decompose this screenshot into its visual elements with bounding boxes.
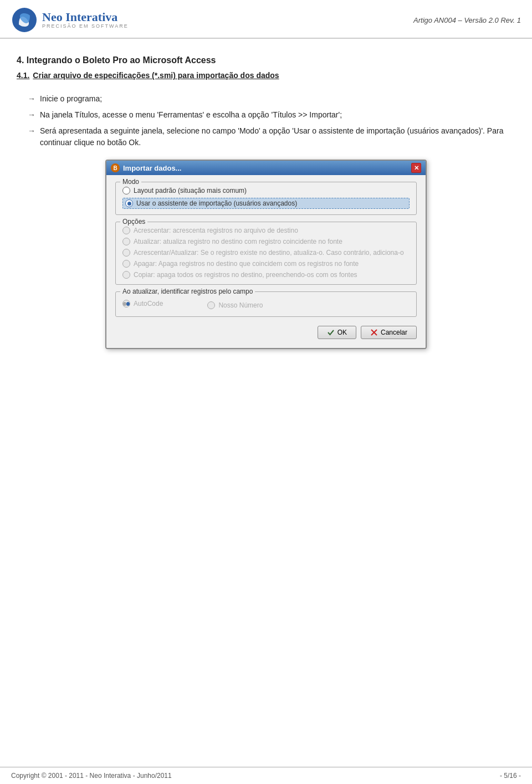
radio-copiar-circle	[122, 271, 130, 279]
list-item: Inicie o programa;	[28, 93, 515, 105]
logo-area: Neo Interativa PRECISÃO EM SOFTWARE	[11, 7, 129, 33]
bullet-list: Inicie o programa; Na janela Títulos, ac…	[28, 93, 515, 148]
dialog-body: Modo Layout padrão (situação mais comum)…	[106, 175, 426, 348]
radio-autocode-circle	[122, 300, 130, 308]
checkmark-icon	[327, 329, 335, 336]
dialog-app-icon: B	[111, 163, 120, 172]
radio-layout-padrao-label: Layout padrão (situação mais comum)	[134, 187, 247, 194]
grupo-modo-label: Modo	[120, 178, 141, 186]
dialog-titlebar: B Importar dados... ✕	[106, 161, 426, 175]
logo-icon	[11, 7, 38, 33]
main-content: 4. Integrando o Boleto Pro ao Microsoft …	[0, 39, 532, 404]
radio-nosso-numero: Nosso Número	[207, 300, 263, 311]
grupo-identificar-label: Ao atualizar, identificar registros pelo…	[120, 288, 255, 295]
radio-atualizar-circle	[122, 238, 130, 245]
subsection-number: 4.1.	[17, 71, 29, 80]
dialog-footer: OK Cancelar	[115, 324, 417, 339]
logo-text: Neo Interativa PRECISÃO EM SOFTWARE	[42, 11, 129, 29]
dialog-ok-button[interactable]: OK	[318, 326, 356, 339]
subsection-title: Criar arquivo de especificações (*.smi) …	[33, 71, 279, 80]
radio-layout-padrao[interactable]: Layout padrão (situação mais comum)	[122, 187, 410, 194]
dialog-cancel-button[interactable]: Cancelar	[361, 326, 417, 339]
footer-copyright: Copyright © 2001 - 2011 - Neo Interativa…	[11, 772, 172, 780]
footer-page: - 5/16 -	[500, 772, 521, 780]
radio-acrescentar-atualizar-circle	[122, 249, 130, 257]
radio-atualizar-label: Atualizar: atualiza registro no destino …	[134, 238, 342, 245]
radio-acrescentar-atualizar: Acrescentar/Atualizar: Se o registro exi…	[122, 249, 410, 257]
logo-name: Neo Interativa	[42, 11, 129, 24]
radio-usar-assistente[interactable]: Usar o assistente de importação (usuário…	[122, 198, 410, 209]
dialog-title-left: B Importar dados...	[111, 163, 181, 172]
radio-autocode: AutoCode	[122, 300, 163, 308]
radio-acrescentar-label: Acrescentar: acrescenta registros no arq…	[134, 227, 298, 234]
dialog-importar: B Importar dados... ✕ Modo Layout padrão…	[105, 160, 427, 349]
radio-acrescentar: Acrescentar: acrescenta registros no arq…	[122, 227, 410, 234]
list-item: Será apresentada a seguinte janela, sele…	[28, 125, 515, 148]
cancel-icon	[370, 329, 378, 336]
dialog-group-opcoes: Opções Acrescentar: acrescenta registros…	[115, 222, 417, 285]
radio-apagar-circle	[122, 260, 130, 268]
radio-apagar-label: Apagar: Apaga registros no destino que c…	[134, 260, 359, 268]
radio-autocode-label: AutoCode	[134, 300, 163, 308]
radio-apagar: Apagar: Apaga registros no destino que c…	[122, 260, 410, 268]
ok-btn-label: OK	[337, 329, 347, 336]
dialog-group-identificar: Ao atualizar, identificar registros pelo…	[115, 291, 417, 317]
dialog-close-button[interactable]: ✕	[411, 163, 421, 173]
radio-usar-assistente-label: Usar o assistente de importação (usuário…	[136, 199, 297, 207]
radio-acrescentar-circle	[122, 227, 130, 234]
page-footer: Copyright © 2001 - 2011 - Neo Interativa…	[0, 767, 532, 784]
section-title: 4. Integrando o Boleto Pro ao Microsoft …	[17, 55, 515, 65]
logo-tagline: PRECISÃO EM SOFTWARE	[42, 24, 129, 29]
dialog-container: B Importar dados... ✕ Modo Layout padrão…	[105, 160, 427, 349]
radio-layout-padrao-circle	[122, 187, 130, 194]
dialog-group-modo: Modo Layout padrão (situação mais comum)…	[115, 182, 417, 215]
radio-copiar-label: Copiar: apaga todos os registros no dest…	[134, 271, 357, 279]
radio-copiar: Copiar: apaga todos os registros no dest…	[122, 271, 410, 279]
dialog-title-text: Importar dados...	[123, 164, 181, 172]
radio-nosso-numero-label: Nosso Número	[218, 301, 263, 309]
radio-usar-assistente-circle	[125, 199, 133, 207]
radio-acrescentar-atualizar-label: Acrescentar/Atualizar: Se o registro exi…	[134, 249, 404, 257]
page-header: Neo Interativa PRECISÃO EM SOFTWARE Arti…	[0, 0, 532, 39]
radio-nosso-numero-circle	[207, 301, 215, 309]
list-item: Na janela Títulos, acesse o menu 'Ferram…	[28, 109, 515, 121]
article-ref: Artigo AN004 – Versão 2.0 Rev. 1	[413, 16, 521, 24]
grupo-opcoes-label: Opções	[120, 218, 147, 226]
cancel-btn-label: Cancelar	[381, 329, 407, 336]
radio-atualizar: Atualizar: atualiza registro no destino …	[122, 238, 410, 245]
